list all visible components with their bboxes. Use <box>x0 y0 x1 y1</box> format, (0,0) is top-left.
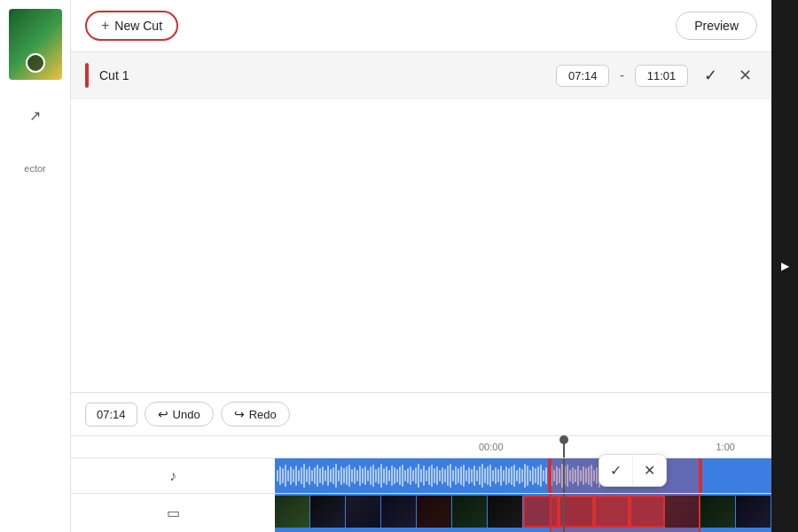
float-close-button[interactable]: ✕ <box>633 455 666 486</box>
cut-confirm-button[interactable]: ✓ <box>699 64 723 87</box>
video-icon: ▭ <box>167 505 180 521</box>
cut-item-1: Cut 1 - ✓ ✕ <box>71 52 771 99</box>
cut-float-controls: ✓ ✕ <box>598 454 667 487</box>
cut-handle-right[interactable] <box>699 458 702 493</box>
ruler-start-label: 00:00 <box>479 442 504 452</box>
timeline-controls: 07:14 ↩ Undo ↪ Redo <box>71 392 771 435</box>
playhead-dot <box>559 435 568 444</box>
plus-icon: + <box>101 18 109 34</box>
cut-handle-left[interactable] <box>548 458 552 493</box>
film-frame-8 <box>665 496 700 528</box>
film-frame-5 <box>417 496 452 528</box>
undo-button[interactable]: ↩ Undo <box>145 402 214 426</box>
film-frame-7 <box>488 496 523 528</box>
film-frame-1 <box>275 496 310 528</box>
right-panel: ▶ <box>771 0 798 532</box>
export-icon[interactable]: ↗ <box>18 98 53 133</box>
film-frame-cut-3 <box>594 496 630 528</box>
video-playhead <box>563 494 565 532</box>
video-thumbnail[interactable] <box>9 9 62 80</box>
film-frame-4 <box>381 496 417 528</box>
film-frame-10 <box>736 496 771 528</box>
left-sidebar: ↗ ector <box>0 0 71 532</box>
video-track-body[interactable] <box>275 494 771 532</box>
undo-label: Undo <box>173 408 200 421</box>
play-button-right[interactable]: ▶ <box>776 257 794 275</box>
top-bar: + New Cut Preview <box>71 0 771 52</box>
film-frame-9 <box>700 496 736 528</box>
redo-button[interactable]: ↪ Redo <box>221 402 290 426</box>
timeline-ruler: 00:00 1:00 <box>71 436 771 458</box>
time-separator: - <box>620 68 624 82</box>
new-cut-label: New Cut <box>114 19 162 33</box>
undo-icon: ↩ <box>158 407 168 421</box>
cut-empty-area <box>71 99 771 277</box>
audio-track-icon-cell: ♪ <box>71 468 275 484</box>
cut-start-input[interactable] <box>556 65 609 87</box>
waveform-background <box>275 458 771 493</box>
music-icon: ♪ <box>169 468 176 484</box>
film-frame-2 <box>310 496 346 528</box>
cut-end-input[interactable] <box>635 65 688 87</box>
video-track-icon-cell: ▭ <box>71 505 275 521</box>
preview-button[interactable]: Preview <box>676 12 757 40</box>
cut-name: Cut 1 <box>99 68 545 82</box>
cut-list: Cut 1 - ✓ ✕ <box>71 52 771 392</box>
video-track-row: ▭ <box>71 493 771 532</box>
timecode-badge: 07:14 <box>85 403 137 426</box>
audio-track-body[interactable] <box>275 458 771 493</box>
film-frame-6 <box>452 496 488 528</box>
float-confirm-button[interactable]: ✓ <box>599 455 633 486</box>
film-frame-cut-4 <box>630 496 665 528</box>
cut-close-button[interactable]: ✕ <box>733 64 757 87</box>
film-frame-3 <box>346 496 381 528</box>
main-content: + New Cut Preview Cut 1 - ✓ ✕ 07:14 ↩ Un… <box>71 0 771 532</box>
waveform-playhead <box>563 458 565 493</box>
video-strip <box>275 494 771 532</box>
film-frame-cut-1 <box>523 496 559 528</box>
timeline-area: 00:00 1:00 ✓ ✕ ♪ <box>71 435 771 532</box>
redo-label: Redo <box>249 408 277 421</box>
ruler-end-label: 1:00 <box>716 442 735 452</box>
playhead[interactable] <box>563 436 565 458</box>
selector-label: ector <box>18 151 53 186</box>
new-cut-button[interactable]: + New Cut <box>85 11 178 41</box>
cut-color-bar <box>85 63 89 88</box>
redo-icon: ↪ <box>234 407 245 421</box>
